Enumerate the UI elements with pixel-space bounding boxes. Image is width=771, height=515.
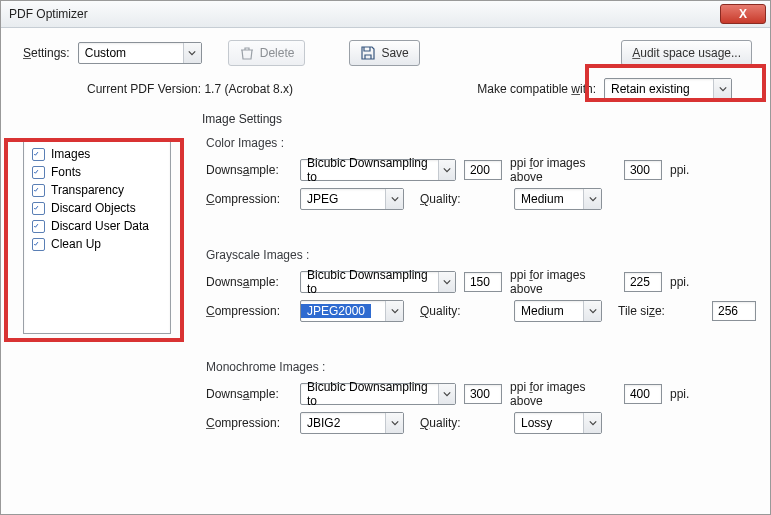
gray-tile-field[interactable]: 256 <box>712 301 756 321</box>
chevron-down-icon <box>385 301 403 321</box>
color-above-ppi-field[interactable]: 300 <box>624 160 662 180</box>
combo-value: JPEG <box>301 192 344 206</box>
sidebar-item-transparency[interactable]: Transparency <box>30 181 164 199</box>
above-label: ppi for images above <box>510 380 616 408</box>
mono-above-ppi-field[interactable]: 400 <box>624 384 662 404</box>
combo-value: Medium <box>515 304 570 318</box>
save-button[interactable]: Save <box>349 40 419 66</box>
sidebar: Images Fonts Transparency Discard Object… <box>23 110 184 438</box>
color-ppi-field[interactable]: 200 <box>464 160 502 180</box>
ppi-suffix: ppi. <box>670 163 756 177</box>
version-row: Current PDF Version: 1.7 (Acrobat 8.x) M… <box>1 72 770 110</box>
mono-ppi-field[interactable]: 300 <box>464 384 502 404</box>
main-panel: Image Settings Color Images : Downsample… <box>202 110 756 438</box>
trash-icon <box>239 45 255 61</box>
color-images-title: Color Images : <box>206 136 756 150</box>
sidebar-item-fonts[interactable]: Fonts <box>30 163 164 181</box>
mono-compression-row: Compression: JBIG2 Quality: Lossy <box>206 412 756 434</box>
ppi-suffix: ppi. <box>670 387 756 401</box>
combo-value: Bicubic Downsampling to <box>301 380 438 408</box>
audit-label: Audit space usage... <box>632 46 741 60</box>
above-label: ppi for images above <box>510 268 616 296</box>
save-label: Save <box>381 46 408 60</box>
compat-value: Retain existing <box>605 82 696 96</box>
chevron-down-icon <box>438 160 455 180</box>
content-area: Settings: Custom Delete Save Audit space… <box>1 28 770 438</box>
ppi-suffix: ppi. <box>670 275 756 289</box>
chevron-down-icon <box>583 189 601 209</box>
gray-compression-row: Compression: JPEG2000 Quality: Medium Ti… <box>206 300 756 322</box>
combo-value: JBIG2 <box>301 416 346 430</box>
chevron-down-icon <box>713 79 731 99</box>
window-title: PDF Optimizer <box>9 7 88 21</box>
mono-downsample-row: Downsample: Bicubic Downsampling to 300 … <box>206 380 756 408</box>
delete-label: Delete <box>260 46 295 60</box>
combo-value: Bicubic Downsampling to <box>301 156 438 184</box>
gray-above-ppi-field[interactable]: 225 <box>624 272 662 292</box>
color-compression-combo[interactable]: JPEG <box>300 188 404 210</box>
sidebar-item-label: Discard Objects <box>51 201 136 215</box>
settings-combo[interactable]: Custom <box>78 42 202 64</box>
mono-compression-combo[interactable]: JBIG2 <box>300 412 404 434</box>
compression-label: Compression: <box>206 192 292 206</box>
above-label: ppi for images above <box>510 156 616 184</box>
sidebar-item-label: Images <box>51 147 90 161</box>
sidebar-item-clean-up[interactable]: Clean Up <box>30 235 164 253</box>
close-button[interactable]: X <box>720 4 766 24</box>
gray-compression-combo[interactable]: JPEG2000 <box>300 300 404 322</box>
titlebar: PDF Optimizer X <box>1 1 770 28</box>
compression-label: Compression: <box>206 416 292 430</box>
combo-value: JPEG2000 <box>301 304 371 318</box>
chevron-down-icon <box>385 413 403 433</box>
gray-ppi-field[interactable]: 150 <box>464 272 502 292</box>
category-listbox[interactable]: Images Fonts Transparency Discard Object… <box>23 138 171 334</box>
color-downsample-combo[interactable]: Bicubic Downsampling to <box>300 159 456 181</box>
chevron-down-icon <box>583 413 601 433</box>
chevron-down-icon <box>583 301 601 321</box>
checkbox-icon[interactable] <box>32 148 45 161</box>
sidebar-item-label: Fonts <box>51 165 81 179</box>
body-row: Images Fonts Transparency Discard Object… <box>1 110 770 438</box>
chevron-down-icon <box>438 272 455 292</box>
delete-button: Delete <box>228 40 306 66</box>
compat-label: Make compatible with: <box>477 82 596 96</box>
settings-combo-value: Custom <box>79 46 132 60</box>
checkbox-icon[interactable] <box>32 166 45 179</box>
gray-downsample-combo[interactable]: Bicubic Downsampling to <box>300 271 456 293</box>
chevron-down-icon <box>438 384 455 404</box>
checkbox-icon[interactable] <box>32 202 45 215</box>
sidebar-item-discard-user-data[interactable]: Discard User Data <box>30 217 164 235</box>
sidebar-item-label: Discard User Data <box>51 219 149 233</box>
sidebar-item-images[interactable]: Images <box>30 145 164 163</box>
current-version-label: Current PDF Version: 1.7 (Acrobat 8.x) <box>87 82 293 96</box>
compat-combo[interactable]: Retain existing <box>604 78 732 100</box>
tile-label: Tile size: <box>618 304 704 318</box>
audit-space-usage-button[interactable]: Audit space usage... <box>621 40 752 66</box>
mono-downsample-combo[interactable]: Bicubic Downsampling to <box>300 383 456 405</box>
downsample-label: Downsample: <box>206 387 292 401</box>
quality-label: Quality: <box>420 416 506 430</box>
quality-label: Quality: <box>420 192 506 206</box>
combo-value: Bicubic Downsampling to <box>301 268 438 296</box>
mono-title: Monochrome Images : <box>206 360 756 374</box>
color-downsample-row: Downsample: Bicubic Downsampling to 200 … <box>206 156 756 184</box>
combo-value: Lossy <box>515 416 558 430</box>
gray-quality-combo[interactable]: Medium <box>514 300 602 322</box>
checkbox-icon[interactable] <box>32 220 45 233</box>
checkbox-icon[interactable] <box>32 238 45 251</box>
sidebar-item-discard-objects[interactable]: Discard Objects <box>30 199 164 217</box>
quality-label: Quality: <box>420 304 506 318</box>
pdf-optimizer-window: PDF Optimizer X Settings: Custom Delete … <box>0 0 771 515</box>
sidebar-item-label: Clean Up <box>51 237 101 251</box>
grayscale-title: Grayscale Images : <box>206 248 756 262</box>
close-icon: X <box>739 7 747 21</box>
sidebar-item-label: Transparency <box>51 183 124 197</box>
compression-label: Compression: <box>206 304 292 318</box>
mono-quality-combo[interactable]: Lossy <box>514 412 602 434</box>
chevron-down-icon <box>385 189 403 209</box>
checkbox-icon[interactable] <box>32 184 45 197</box>
image-settings-title: Image Settings <box>202 112 756 126</box>
floppy-icon <box>360 45 376 61</box>
color-quality-combo[interactable]: Medium <box>514 188 602 210</box>
color-compression-row: Compression: JPEG Quality: Medium <box>206 188 756 210</box>
